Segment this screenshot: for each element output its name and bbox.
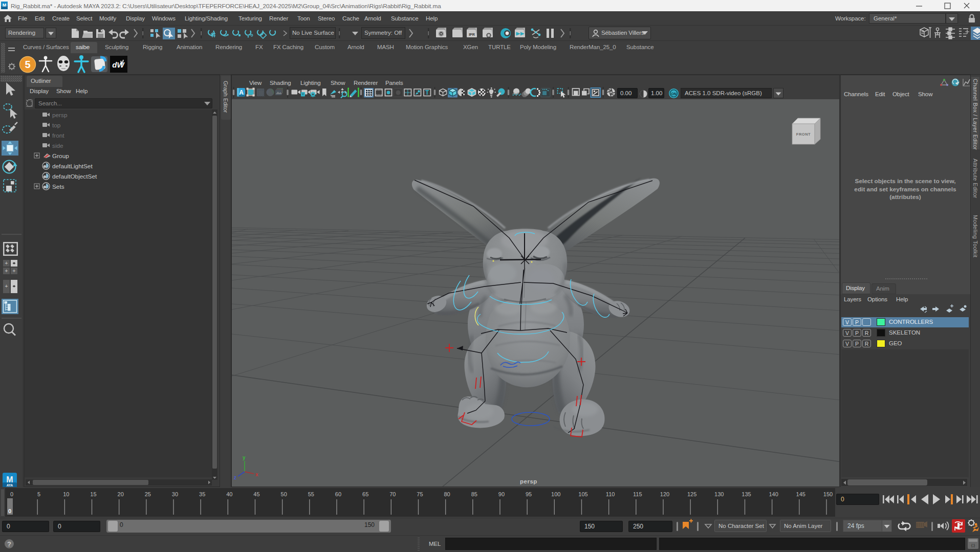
svg-text:Group: Group bbox=[52, 152, 69, 160]
svg-text:z: z bbox=[234, 475, 236, 480]
svg-text:+: + bbox=[5, 260, 8, 266]
svg-text:80: 80 bbox=[444, 491, 450, 497]
svg-text:140: 140 bbox=[769, 491, 778, 497]
svg-text:?: ? bbox=[7, 540, 11, 548]
svg-text:95: 95 bbox=[526, 491, 532, 497]
svg-text:85: 85 bbox=[471, 491, 477, 497]
svg-text:25: 25 bbox=[145, 491, 151, 497]
svg-text:persp: persp bbox=[52, 112, 68, 119]
svg-text:35: 35 bbox=[199, 491, 205, 497]
svg-text:70: 70 bbox=[389, 491, 396, 497]
svg-text:110: 110 bbox=[606, 491, 615, 497]
svg-text:150: 150 bbox=[823, 491, 833, 497]
svg-text:defaultObjectSet: defaultObjectSet bbox=[52, 173, 97, 180]
svg-text:60: 60 bbox=[335, 491, 341, 497]
svg-text:115: 115 bbox=[633, 491, 642, 497]
svg-text:Sets: Sets bbox=[52, 183, 64, 190]
svg-text:145: 145 bbox=[796, 491, 805, 497]
svg-text:120: 120 bbox=[660, 491, 669, 497]
svg-text:ON: ON bbox=[671, 92, 677, 96]
svg-text:IPR: IPR bbox=[469, 33, 475, 36]
svg-text:75: 75 bbox=[417, 491, 423, 497]
svg-text:40: 40 bbox=[226, 491, 232, 497]
svg-text:5: 5 bbox=[37, 491, 40, 497]
svg-text:x: x bbox=[255, 472, 258, 477]
svg-text:10: 10 bbox=[63, 491, 69, 497]
svg-text:30: 30 bbox=[172, 491, 178, 497]
svg-text:100: 100 bbox=[551, 491, 560, 497]
svg-text:AYA: AYA bbox=[7, 483, 13, 487]
svg-text:A: A bbox=[239, 89, 244, 96]
svg-text:FRONT: FRONT bbox=[796, 132, 811, 137]
svg-text:persp: persp bbox=[520, 478, 537, 484]
svg-text:105: 105 bbox=[578, 491, 587, 497]
svg-text:+: + bbox=[5, 283, 8, 289]
svg-text:M: M bbox=[3, 3, 7, 8]
svg-text:0: 0 bbox=[10, 491, 13, 497]
svg-text:55: 55 bbox=[308, 491, 314, 497]
svg-text:top: top bbox=[52, 122, 61, 129]
svg-text:0: 0 bbox=[8, 508, 11, 514]
svg-text:T: T bbox=[425, 89, 429, 96]
svg-text:90: 90 bbox=[498, 491, 505, 497]
svg-text:130: 130 bbox=[714, 491, 724, 497]
svg-text:side: side bbox=[52, 142, 63, 149]
svg-text:50: 50 bbox=[281, 491, 287, 497]
svg-text:15: 15 bbox=[90, 491, 96, 497]
svg-text:+: + bbox=[13, 268, 16, 274]
svg-text:front: front bbox=[52, 132, 64, 139]
svg-text:5: 5 bbox=[25, 59, 30, 70]
svg-text:125: 125 bbox=[687, 491, 696, 497]
svg-text:M: M bbox=[6, 475, 13, 484]
svg-text:+: + bbox=[5, 268, 8, 274]
svg-text:65: 65 bbox=[362, 491, 368, 497]
svg-text:y: y bbox=[243, 455, 246, 460]
svg-text:defaultLightSet: defaultLightSet bbox=[52, 163, 93, 170]
svg-text:135: 135 bbox=[742, 491, 751, 497]
svg-text:45: 45 bbox=[253, 491, 259, 497]
svg-text:20: 20 bbox=[118, 491, 124, 497]
svg-text:{;}: {;} bbox=[971, 543, 975, 547]
